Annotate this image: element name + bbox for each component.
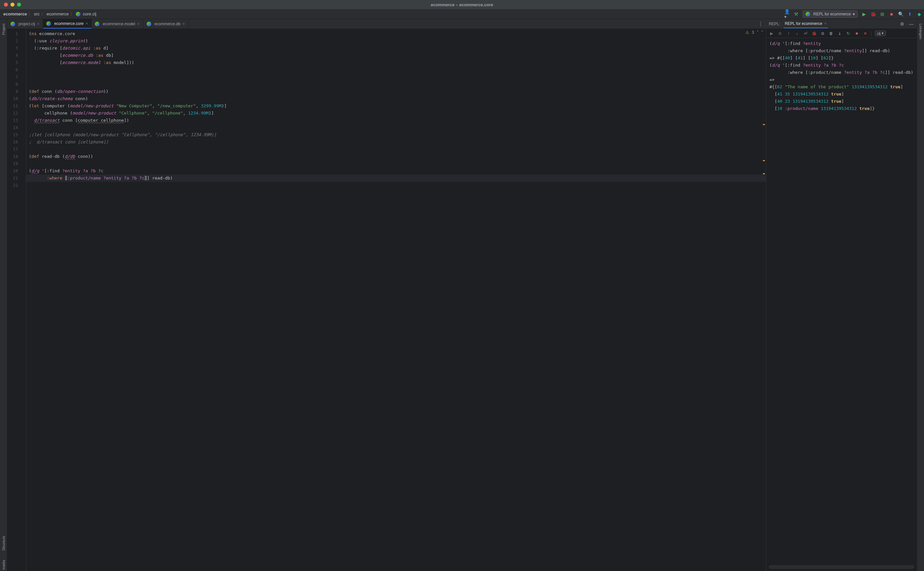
minimize-icon[interactable]: —	[908, 21, 914, 27]
search-icon[interactable]: 🔍	[898, 11, 904, 17]
debug-icon[interactable]: 🐞	[870, 11, 876, 17]
line-number[interactable]: 12	[7, 110, 26, 117]
repl-line: (d/q '[:find ?entity	[770, 40, 913, 47]
copy-icon[interactable]: ⧉	[820, 31, 825, 36]
reload-icon[interactable]: ↻	[845, 31, 851, 36]
close-window-button[interactable]	[4, 3, 8, 6]
editor-tab[interactable]: project.clj×	[7, 19, 43, 29]
debug-icon[interactable]: 🐞	[811, 31, 817, 36]
run-icon[interactable]: ▶	[769, 31, 774, 36]
line-number[interactable]: 21	[7, 174, 26, 182]
scroll-to-end-icon[interactable]: ⤓	[837, 31, 842, 36]
warning-marker[interactable]	[763, 173, 765, 174]
user-dropdown-icon[interactable]: 👤▾	[784, 11, 790, 17]
line-number[interactable]: 22	[7, 182, 26, 189]
stop-circle-icon[interactable]: ⊘	[777, 31, 782, 36]
line-number[interactable]: 8	[7, 81, 26, 88]
repl-line: (d/q '[:find ?entity ?a ?b ?c	[770, 62, 913, 69]
coverage-icon[interactable]: ⊞	[879, 11, 885, 17]
structure-toolwindow-tab[interactable]: Structure	[2, 535, 6, 552]
code-line: (def conn (db/open-connection))	[29, 88, 766, 95]
breadcrumb-file[interactable]: core.clj	[83, 11, 96, 16]
warning-marker[interactable]	[763, 160, 765, 161]
clojure-file-icon	[76, 12, 80, 16]
line-number[interactable]: 17	[7, 146, 26, 153]
project-toolwindow-tab[interactable]: Project	[2, 22, 6, 36]
line-number[interactable]: 18	[7, 153, 26, 160]
main-area: Project Structure marks project.clj×ecom…	[0, 19, 924, 571]
repl-lang-select[interactable]: clj ▾	[875, 31, 886, 36]
warning-marker[interactable]	[763, 124, 765, 125]
close-icon[interactable]: ×	[37, 21, 40, 26]
soft-wrap-icon[interactable]: ⏎	[803, 31, 808, 36]
code-line	[29, 81, 766, 88]
code-line: ;(let [cellphone (model/new-product "Cel…	[29, 131, 766, 139]
close-icon[interactable]: ×	[824, 21, 827, 26]
breadcrumb: ecommerce 〉 src 〉 ecommerce 〉 core.clj	[2, 11, 96, 17]
close-icon[interactable]: ✕	[863, 31, 868, 36]
line-number[interactable]: 14	[7, 124, 26, 131]
zoom-window-button[interactable]	[17, 3, 21, 6]
gear-icon[interactable]: ⚙	[899, 21, 905, 27]
breadcrumb-pkg[interactable]: ecommerce	[46, 11, 69, 16]
repl-line: =>	[770, 76, 913, 83]
code-line	[29, 66, 766, 74]
line-number[interactable]: 19	[7, 160, 26, 167]
build-hammer-icon[interactable]: ⚒	[793, 11, 799, 17]
line-number[interactable]: 7	[7, 74, 26, 81]
leiningen-toolwindow-tab[interactable]: Leiningen	[919, 22, 923, 41]
code-line: (let [computer (model/new-product "New C…	[29, 102, 766, 110]
breadcrumb-project[interactable]: ecommerce	[3, 11, 27, 16]
chevron-up-icon[interactable]: ˄	[757, 30, 759, 35]
line-number[interactable]: 20	[7, 167, 26, 174]
horizontal-scrollbar[interactable]	[769, 565, 914, 569]
repl-tab[interactable]: REPL for ecommerce ×	[784, 19, 828, 28]
line-number[interactable]: 4	[7, 52, 26, 59]
editor-tab[interactable]: ecommerce.db×	[143, 19, 189, 29]
arrow-down-icon[interactable]: ↓	[794, 31, 800, 36]
ide-services-icon[interactable]: ◆	[916, 11, 922, 17]
update-icon[interactable]: ⬆	[907, 11, 913, 17]
repl-output[interactable]: (d/q '[:find ?entity :where [:product/na…	[766, 38, 917, 565]
code-line: [ecommerce.model :as model]))	[29, 59, 766, 66]
close-icon[interactable]: ×	[137, 21, 140, 26]
line-number[interactable]: 16	[7, 139, 26, 146]
left-tool-rail: Project Structure marks	[0, 19, 7, 571]
editor-pane: project.clj×ecommerce.core×ecommerce.mod…	[7, 19, 766, 571]
clojure-icon	[805, 12, 810, 16]
arrow-up-icon[interactable]: ↑	[786, 31, 791, 36]
line-number[interactable]: 11	[7, 102, 26, 110]
stop-icon[interactable]: ■	[889, 11, 895, 17]
code-line: (db/create-schema conn)	[29, 95, 766, 102]
editor-tab[interactable]: ecommerce.core×	[43, 19, 91, 29]
error-stripe[interactable]	[762, 29, 766, 571]
clear-icon[interactable]: 🗑	[828, 31, 834, 36]
run-config-select[interactable]: REPL for ecommerce ▾	[802, 11, 858, 18]
code-area[interactable]: (ns ecommerce.core (:use clojure.pprint)…	[26, 29, 766, 571]
bookmarks-toolwindow-tab[interactable]: marks	[2, 559, 6, 571]
breadcrumb-src[interactable]: src	[34, 11, 39, 16]
close-icon[interactable]: ×	[86, 21, 88, 26]
code-line: (ns ecommerce.core	[29, 30, 766, 37]
editor-tab[interactable]: ecommerce.model×	[91, 19, 143, 29]
line-number[interactable]: 3	[7, 45, 26, 52]
line-number[interactable]: 2	[7, 37, 26, 45]
repl-line: [41 35 13194139534312 true]	[770, 91, 913, 98]
stop-icon[interactable]: ■	[854, 31, 859, 36]
line-number[interactable]: 1	[7, 30, 26, 37]
close-icon[interactable]: ×	[182, 21, 185, 26]
window-controls	[0, 3, 21, 6]
line-number[interactable]: 13	[7, 117, 26, 124]
tabs-more-icon[interactable]: ⋮	[755, 19, 766, 29]
line-number[interactable]: 6	[7, 66, 26, 74]
run-icon[interactable]: ▶	[861, 11, 867, 17]
line-number[interactable]: 5	[7, 59, 26, 66]
code-line: (d/q '[:find ?entity ?a ?b ?c	[29, 167, 766, 174]
line-number[interactable]: 10	[7, 95, 26, 102]
line-number[interactable]: 15	[7, 131, 26, 139]
inspection-widget[interactable]: ⚠ 3 ˄ ˅	[745, 30, 763, 35]
clojure-file-icon	[147, 22, 151, 26]
line-number[interactable]: 9	[7, 88, 26, 95]
minimize-window-button[interactable]	[11, 3, 14, 6]
chevron-right-icon: 〉	[70, 11, 74, 17]
